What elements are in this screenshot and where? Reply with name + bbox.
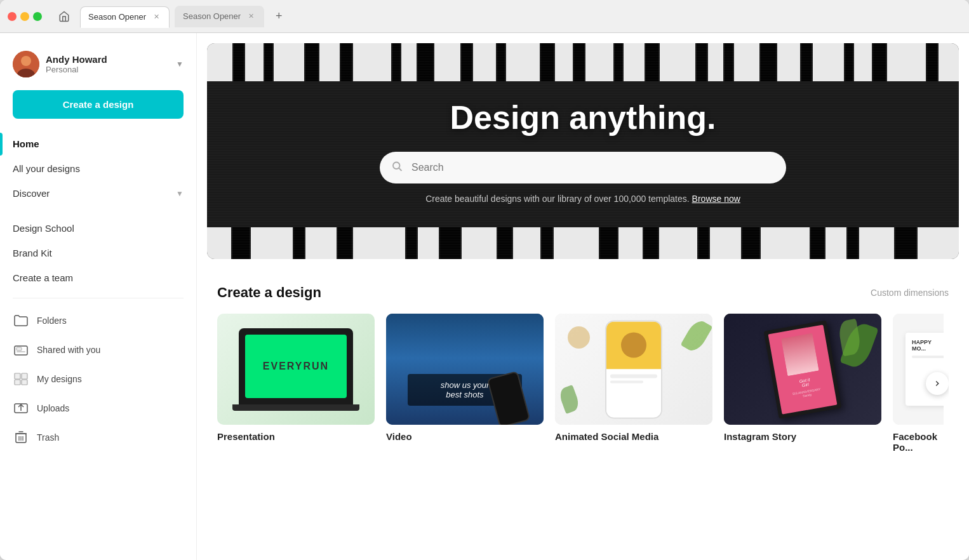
hero-subtitle: Create beautiful designs with our librar… [425,194,740,204]
svg-point-19 [393,163,400,170]
sidebar-item-brand-kit[interactable]: Brand Kit [0,241,196,265]
sidebar-item-all-designs[interactable]: All your designs [0,156,196,181]
sidebar-item-folders[interactable]: Folders [0,306,196,335]
tab-season-opener-2[interactable]: Season Opener ✕ [175,6,264,27]
maximize-button[interactable] [33,12,42,21]
my-designs-icon [13,371,29,387]
my-designs-label: My designs [37,374,82,384]
svg-rect-5 [17,351,25,352]
shared-label: Shared with you [37,345,100,355]
svg-line-20 [399,168,401,171]
uploads-label: Uploads [37,403,69,413]
chevron-down-icon: ▼ [176,189,184,198]
sidebar-item-my-designs[interactable]: My designs [0,364,196,394]
browse-now-link[interactable]: Browse now [692,194,740,204]
svg-rect-7 [22,373,27,379]
sidebar-item-uploads[interactable]: Uploads [0,394,196,423]
divider [13,298,184,298]
card-label: Instagram Story [724,431,881,442]
svg-rect-6 [15,373,20,379]
card-label: Video [386,431,544,442]
tab-season-opener-1[interactable]: Season Opener ✕ [80,6,170,28]
tab-close-button[interactable]: ✕ [151,12,161,22]
traffic-lights [8,12,42,21]
card-image [555,314,712,425]
hero-title: Design anything. [450,98,716,137]
design-card-social[interactable]: Animated Social Media [555,314,712,453]
trash-label: Trash [37,432,59,443]
nav-label: All your designs [13,163,184,174]
nav-label: Create a team [13,272,184,283]
sidebar-item-design-school[interactable]: Design School [0,216,196,241]
custom-dimensions-link[interactable]: Custom dimensions [871,288,949,298]
section-header: Create a design Custom dimensions [217,284,949,301]
card-image: show us yourbest shots [386,314,544,425]
card-label: Animated Social Media [555,431,712,442]
titlebar: Season Opener ✕ Season Opener ✕ + [0,0,969,33]
create-section: Create a design Custom dimensions EVERYR… [197,269,969,468]
main-layout: Andy Howard Personal ▼ Create a design H… [0,33,969,560]
trash-icon [13,429,29,446]
card-label: Facebook Po... [893,431,944,453]
minimize-button[interactable] [20,12,29,21]
nav-label: Home [13,138,184,149]
sidebar-item-discover[interactable]: Discover ▼ [0,181,196,206]
shared-icon [13,342,29,358]
svg-point-1 [21,56,31,66]
card-image: EVERYRUN [217,314,375,425]
sidebar: Andy Howard Personal ▼ Create a design H… [0,33,197,560]
search-input[interactable] [380,152,786,183]
sidebar-item-create-team[interactable]: Create a team [0,265,196,290]
hero-banner: Design anything. Create beautiful design… [207,43,959,259]
nav-label: Design School [13,223,184,234]
tab-label: Season Opener [88,12,146,22]
user-section[interactable]: Andy Howard Personal ▼ [0,46,196,90]
folder-icon [13,312,29,329]
active-indicator [0,133,3,156]
search-icon [391,161,403,175]
user-info: Andy Howard Personal [46,54,170,74]
barcode-bottom [207,227,959,259]
design-cards: EVERYRUN Presentation [217,314,949,453]
tab-close-button[interactable]: ✕ [246,11,256,22]
svg-rect-8 [15,380,20,385]
nav-label: Discover [13,188,176,199]
sidebar-item-home[interactable]: Home [0,131,196,156]
close-button[interactable] [8,12,17,21]
search-wrapper [380,152,786,183]
avatar [13,51,39,77]
tab-label: Season Opener [183,11,241,21]
svg-rect-9 [22,380,27,385]
chevron-down-icon: ▼ [176,60,184,69]
home-button[interactable] [53,6,75,27]
svg-rect-4 [17,347,22,350]
user-type: Personal [46,65,170,74]
barcode-top [207,43,959,81]
section-title: Create a design [217,284,321,301]
uploads-icon [13,400,29,417]
folder-label: Folders [37,316,67,326]
design-card-video[interactable]: show us yourbest shots Video [386,314,544,453]
sidebar-item-shared[interactable]: Shared with you [0,335,196,364]
design-card-instagram[interactable]: Got itGirl SIS ANNIVERSARYSandy Instagra… [724,314,881,453]
design-card-presentation[interactable]: EVERYRUN Presentation [217,314,375,453]
create-design-button[interactable]: Create a design [13,90,184,119]
nav-label: Brand Kit [13,248,184,258]
scroll-right-button[interactable] [926,372,949,395]
content-area: Design anything. Create beautiful design… [197,33,969,560]
card-label: Presentation [217,431,375,442]
card-image: HAPPYMO... [893,314,944,425]
new-tab-button[interactable]: + [269,7,288,26]
sidebar-item-trash[interactable]: Trash [0,423,196,452]
card-image: Got itGirl SIS ANNIVERSARYSandy [724,314,881,425]
user-name: Andy Howard [46,54,170,65]
